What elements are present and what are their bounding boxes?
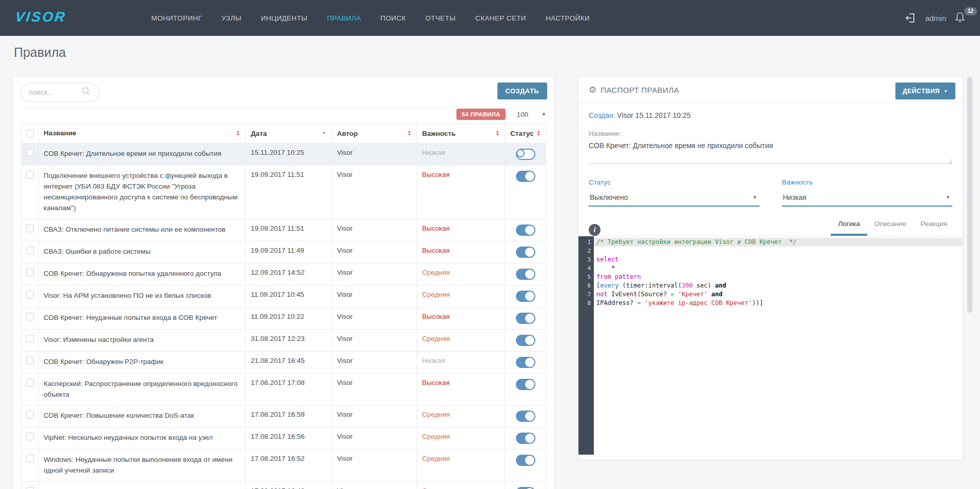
nav-item-network-scanner[interactable]: СКАНЕР СЕТИ [475,14,526,22]
code-lines[interactable]: /* Требует настройки интеграции Visor и … [594,236,963,455]
rule-name-cell: СОВ Кречет: Обнаружен P2P-трафик [38,352,245,373]
app-logo[interactable]: VISOR [14,9,67,25]
code-line[interactable]: IPAddress? = 'укажите ip-адрес СОВ Крече… [594,299,963,308]
tab-description[interactable]: Описание [874,220,906,236]
search-icon[interactable] [81,86,91,98]
table-row[interactable]: VipNet: Несколько неудачных попыток вход… [22,427,546,450]
row-checkbox[interactable] [26,225,34,232]
row-checkbox[interactable] [26,269,34,276]
nav-item-settings[interactable]: НАСТРОЙКИ [546,14,590,22]
table-row[interactable]: СОВ Кречет: Повышение количества атак с … [22,482,546,489]
code-line[interactable]: not IvEvent(Source? = 'Кречет' and [594,290,963,299]
info-icon[interactable]: i [589,224,601,236]
rule-status-toggle[interactable] [516,313,535,324]
sort-icon[interactable]: ▲▼ [236,130,240,136]
status-field: Статус Выключено ▼ [589,178,759,207]
row-checkbox[interactable] [26,313,34,320]
create-button[interactable]: СОЗДАТЬ [497,83,547,99]
code-line[interactable]: [every (timer:interval(300 sec) and [594,281,963,290]
row-checkbox[interactable] [26,411,34,418]
rule-status-toggle[interactable] [516,225,535,236]
table-row[interactable]: Windows: Неудачные попытки выполнения вх… [22,450,546,482]
row-checkbox[interactable] [26,291,34,298]
notification-badge[interactable]: 12 [964,7,977,15]
rule-name-textarea[interactable]: СОВ Кречет: Длительное время не приходил… [589,141,952,164]
code-editor[interactable]: 12345678 /* Требует настройки интеграции… [578,236,963,455]
sort-icon[interactable]: ▲▼ [496,130,499,136]
code-line[interactable]: /* Требует настройки интеграции Visor и … [594,238,963,247]
importance-select[interactable]: Низкая ▼ [782,191,953,207]
table-row[interactable]: Visor: На АРМ установлено ПО не из белых… [22,286,546,308]
rule-status-toggle[interactable] [516,291,535,302]
rule-status-toggle[interactable] [516,455,535,466]
rule-status-toggle[interactable] [516,357,535,368]
table-row[interactable]: Касперский: Распространение определенног… [22,374,546,406]
code-line[interactable]: * [594,264,963,273]
table-row[interactable]: СВАЗ: Отключено питание системы или ее к… [22,219,546,241]
code-line[interactable]: select [594,255,963,264]
header-author[interactable]: Автор▲▼ [331,124,416,143]
rule-author: Visor [331,166,416,219]
sort-icon[interactable]: ▼ [323,132,326,135]
table-row[interactable]: СОВ Кречет: Длительное время не приходил… [22,144,546,166]
code-token [641,299,645,307]
tab-reaction[interactable]: Реакция [921,220,947,236]
search-input[interactable] [29,88,80,96]
rule-status-toggle[interactable] [516,379,535,390]
rule-status-toggle[interactable] [516,433,535,444]
rules-table: Название▲▼Дата▼Автор▲▼Важность▲▼Статус▲▼… [21,124,546,489]
actions-button[interactable]: ДЕЙСТВИЯ ▼ [895,83,955,99]
line-number: 1 [578,238,594,247]
rule-status-cell [505,352,546,373]
table-row[interactable]: СОВ Кречет: Обнаружена попытка удаленног… [22,263,546,286]
scrollbar[interactable] [967,77,972,313]
header-imp[interactable]: Важность▲▼ [416,124,505,143]
row-checkbox[interactable] [26,357,34,364]
header-checkbox[interactable] [26,130,34,137]
rule-status-toggle[interactable] [516,171,535,182]
rule-status-toggle[interactable] [516,247,535,258]
header-date[interactable]: Дата▼ [245,124,331,143]
rule-status-toggle[interactable] [516,335,535,346]
logout-icon[interactable] [905,12,917,24]
table-row[interactable]: СОВ Кречет: Обнаружен P2P-трафик21.08.20… [22,352,546,374]
bell-icon[interactable]: 12 [954,11,967,25]
code-token: 'укажите ip-адрес СОВ Кречет' [645,299,752,307]
row-checkbox[interactable] [26,487,34,489]
row-checkbox[interactable] [26,335,34,342]
code-line[interactable]: from pattern [594,273,963,281]
nav-item-reports[interactable]: ОТЧЕТЫ [425,14,455,22]
header-status[interactable]: Статус▲▼ [505,124,546,143]
nav-item-monitoring[interactable]: МОНИТОРИНГ [151,14,202,22]
username[interactable]: admin [925,14,946,23]
rules-toolbar: СОЗДАТЬ [13,76,554,105]
table-row[interactable]: Visor: Изменены настройки агента31.08.20… [22,330,546,352]
sort-icon[interactable]: ▲▼ [408,130,411,136]
nav-item-search[interactable]: ПОИСК [381,14,406,22]
header-name[interactable]: Название▲▼ [38,124,245,143]
rule-status-toggle[interactable] [516,411,535,422]
row-checkbox[interactable] [26,247,34,254]
code-line[interactable] [594,247,963,255]
rule-status-toggle[interactable] [516,149,535,160]
nav-item-incidents[interactable]: ИНЦИДЕНТЫ [261,14,308,22]
search-box[interactable] [21,83,99,102]
row-checkbox[interactable] [26,455,34,462]
row-checkbox[interactable] [26,171,34,178]
rule-status-toggle[interactable] [516,487,535,489]
status-select[interactable]: Выключено ▼ [589,191,759,207]
table-row[interactable]: СВАЗ: Ошибки в работе системы19.09.2017 … [22,241,546,263]
rule-status-toggle[interactable] [516,269,535,280]
sort-icon[interactable]: ▲▼ [537,130,541,136]
table-row[interactable]: СОВ Кречет: Неудачные попытки входа в СО… [22,308,546,330]
nav-item-nodes[interactable]: УЗЛЫ [222,14,242,22]
row-checkbox[interactable] [26,379,34,386]
line-number: 4 [578,264,594,273]
page-size-select[interactable]: 100 ▼ [517,111,546,118]
table-row[interactable]: Подключение внешнего устройства с функци… [22,166,546,219]
tab-logic[interactable]: Логика [838,220,860,236]
row-checkbox[interactable] [26,149,34,156]
nav-item-rules[interactable]: ПРАВИЛА [327,14,361,22]
table-row[interactable]: СОВ Кречет: Повышение количества DoS-ата… [22,405,546,427]
row-checkbox[interactable] [26,433,34,440]
